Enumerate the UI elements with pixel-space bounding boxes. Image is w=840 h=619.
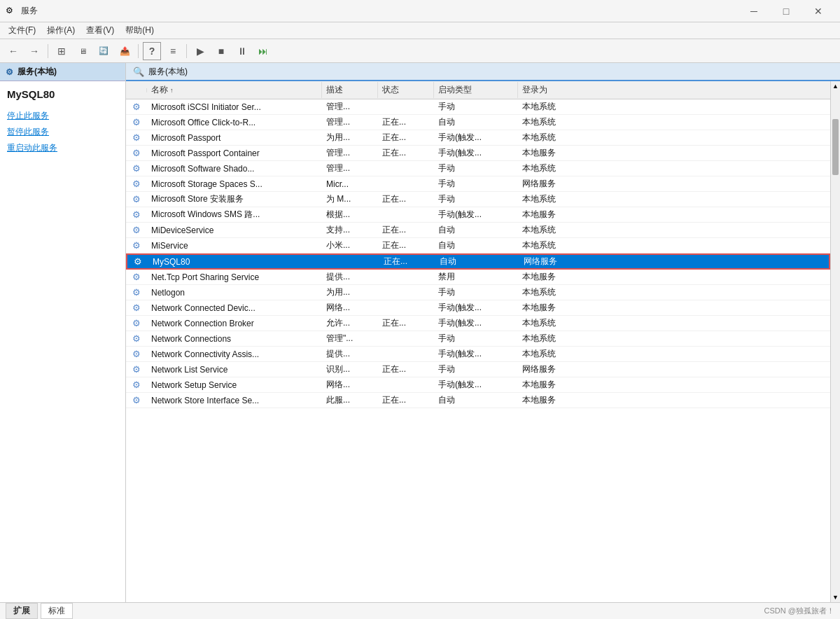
right-panel: 🔍 服务(本地) 名称 ↑ 描述 状态 启动类 [126, 63, 840, 602]
table-row[interactable]: ⚙ Microsoft Passport 为用... 正在... 手动(触发..… [126, 130, 830, 146]
row-login: 网络服务 [518, 177, 588, 190]
stop-service-link[interactable]: 停止此服务 [7, 110, 118, 122]
play-button[interactable]: ▶ [191, 42, 209, 60]
row-icon: ⚙ [126, 132, 147, 144]
pause-button[interactable]: ⏸ [233, 42, 251, 60]
row-status [378, 384, 434, 386]
table-row[interactable]: ⚙ MiDeviceService 支持... 正在... 自动 本地系统 [126, 223, 830, 238]
table-row[interactable]: ⚙ Microsoft Office Click-to-R... 管理... 正… [126, 115, 830, 130]
row-icon: ⚙ [126, 178, 147, 190]
help-button[interactable]: ? [143, 42, 161, 60]
vertical-scrollbar[interactable]: ▲ ▼ [830, 81, 840, 602]
row-icon: ⚙ [126, 348, 147, 360]
table-row[interactable]: ⚙ Microsoft Windows SMS 路... 根据... 手动(触发… [126, 207, 830, 223]
restart-underline: 重启动 [7, 143, 32, 153]
table-row[interactable]: ⚙ Microsoft Store 安装服务 为 M... 正在... 手动 本… [126, 192, 830, 207]
table-row[interactable]: ⚙ Network Connection Broker 允许... 正在... … [126, 316, 830, 331]
row-name: Network Connection Broker [147, 318, 322, 329]
row-desc: 允许... [322, 317, 378, 330]
row-login: 本地服务 [518, 378, 588, 391]
refresh-button[interactable]: 🔄 [94, 42, 113, 60]
close-button[interactable]: ✕ [802, 0, 834, 22]
menu-item-帮助(H)[interactable]: 帮助(H) [120, 22, 160, 39]
row-startup: 禁用 [434, 270, 518, 284]
col-startup[interactable]: 启动类型 [434, 82, 518, 98]
watermark-text: CSDN @独孤旅者！ [764, 606, 834, 616]
row-name: Network Connected Devic... [147, 302, 322, 314]
table-row[interactable]: ⚙ Net.Tcp Port Sharing Service 提供... 禁用 … [126, 270, 830, 285]
table-row[interactable]: ⚙ Microsoft iSCSI Initiator Ser... 管理...… [126, 99, 830, 115]
restart-service-link[interactable]: 重启动此服务 [7, 142, 118, 154]
export-button[interactable]: 📤 [115, 42, 134, 60]
row-desc: 为用... [322, 286, 378, 299]
table-row[interactable]: ⚙ Network Connections 管理"... 手动 本地系统 [126, 331, 830, 347]
scroll-up-button[interactable]: ▲ [831, 81, 840, 91]
col-login[interactable]: 登录为 [518, 82, 588, 98]
row-icon: ⚙ [126, 116, 147, 128]
minimize-button[interactable]: ─ [738, 0, 770, 22]
row-icon: ⚙ [126, 271, 147, 283]
row-status: 正在... [378, 239, 434, 252]
table-row[interactable]: ⚙ Netlogon 为用... 手动 本地系统 [126, 285, 830, 300]
row-status: 正在... [378, 193, 434, 206]
table-row[interactable]: ⚙ MiService 小米... 正在... 自动 本地系统 [126, 238, 830, 253]
back-button[interactable]: ← [4, 42, 22, 60]
table-row[interactable]: ⚙ MySQL80 正在... 自动 网络服务 [126, 253, 830, 270]
view-button[interactable]: ≡ [164, 42, 182, 60]
row-startup: 手动(触发... [434, 131, 518, 144]
show-hide-button[interactable]: ⊞ [52, 42, 71, 60]
row-startup: 自动 [434, 394, 518, 407]
scrollbar-thumb[interactable] [832, 119, 839, 175]
row-startup: 手动 [434, 162, 518, 175]
selected-service-name: MySQL80 [7, 88, 118, 100]
computer-button[interactable]: 🖥 [74, 42, 92, 60]
table-row[interactable]: ⚙ Network Connectivity Assis... 提供... 手动… [126, 347, 830, 362]
row-name: Network Connections [147, 333, 322, 345]
row-desc: 提供... [322, 270, 378, 284]
tab-standard[interactable]: 标准 [41, 603, 73, 619]
row-login: 本地系统 [518, 239, 588, 252]
row-icon: ⚙ [126, 239, 147, 251]
row-icon: ⚙ [126, 224, 147, 236]
toolbar-separator-2 [138, 44, 139, 58]
scroll-down-button[interactable]: ▼ [831, 592, 840, 602]
row-status [378, 354, 434, 355]
tab-expand[interactable]: 扩展 [6, 603, 38, 619]
col-status[interactable]: 状态 [378, 82, 434, 98]
row-name: Netlogon [147, 287, 322, 298]
table-row[interactable]: ⚙ Microsoft Passport Container 管理... 正在.… [126, 146, 830, 161]
pause-service-link[interactable]: 暂停此服务 [7, 126, 118, 138]
row-desc: 根据... [322, 208, 378, 221]
table-inner: 名称 ↑ 描述 状态 启动类型 登录为 ⚙ Microsoft iSCSI In… [126, 81, 830, 602]
table-row[interactable]: ⚙ Network Store Interface Se... 此服... 正在… [126, 393, 830, 408]
table-row[interactable]: ⚙ Network Setup Service 网络... 手动(触发... 本… [126, 377, 830, 393]
row-login: 本地服务 [518, 146, 588, 160]
table-row[interactable]: ⚙ Network List Service 识别... 正在... 手动 网络… [126, 362, 830, 377]
row-startup: 手动(触发... [434, 317, 518, 330]
row-startup: 手动(触发... [434, 146, 518, 160]
row-desc: 提供... [322, 347, 378, 361]
skip-button[interactable]: ⏭ [254, 42, 272, 60]
row-startup: 自动 [435, 255, 519, 268]
forward-button[interactable]: → [25, 42, 43, 60]
row-name: MySQL80 [148, 256, 323, 267]
left-panel-header: ⚙ 服务(本地) [0, 63, 125, 81]
table-row[interactable]: ⚙ Microsoft Storage Spaces S... Micr... … [126, 176, 830, 192]
table-row[interactable]: ⚙ Microsoft Software Shado... 管理... 手动 本… [126, 161, 830, 176]
row-name: Microsoft Passport Container [147, 148, 322, 159]
row-status [378, 106, 434, 108]
maximize-button[interactable]: □ [770, 0, 802, 22]
menu-item-文件(F)[interactable]: 文件(F) [3, 22, 41, 39]
row-desc: Micr... [322, 179, 378, 190]
col-desc[interactable]: 描述 [322, 82, 378, 98]
stop-button[interactable]: ■ [212, 42, 230, 60]
row-icon: ⚙ [126, 379, 147, 391]
col-name[interactable]: 名称 ↑ [147, 82, 322, 98]
row-desc: 管理... [322, 162, 378, 175]
menu-item-查看(V)[interactable]: 查看(V) [80, 22, 120, 39]
table-row[interactable]: ⚙ Network Connected Devic... 网络... 手动(触发… [126, 300, 830, 316]
status-bar: 扩展 标准 CSDN @独孤旅者！ [0, 602, 840, 619]
menu-item-操作(A)[interactable]: 操作(A) [41, 22, 80, 39]
row-login: 本地系统 [518, 332, 588, 345]
table-header: 名称 ↑ 描述 状态 启动类型 登录为 [126, 81, 830, 99]
